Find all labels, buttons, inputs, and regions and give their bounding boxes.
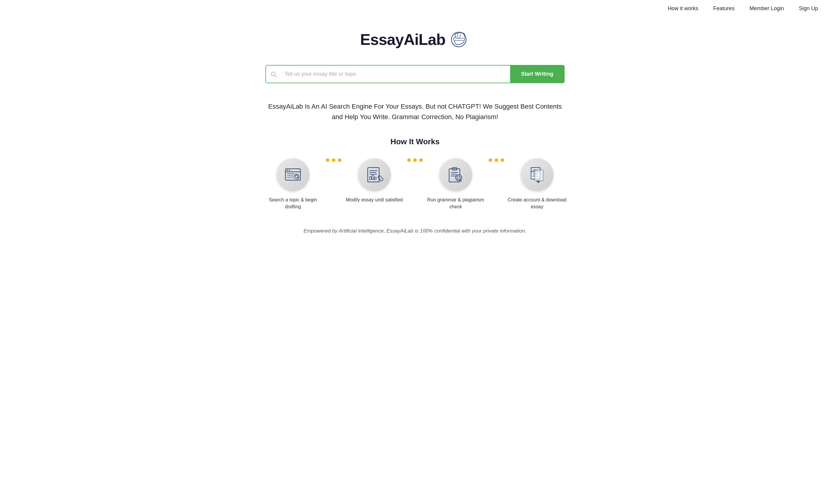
start-writing-button[interactable]: Start Writing [510,66,564,83]
nav-sign-up[interactable]: Sign Up [799,5,818,12]
footer-note: Empowered by Artificial Intelligence, Es… [304,228,526,234]
essay-topic-input[interactable] [281,66,510,83]
step-modify-essay: Modify essay until satisfied [344,158,404,203]
search-icon-wrapper [266,66,281,83]
dot [501,158,504,162]
nav-member-login[interactable]: Member Login [749,5,784,12]
dot [338,158,341,162]
search-icon [270,71,277,77]
search-bar: Start Writing [265,65,565,83]
svg-rect-13 [368,167,379,182]
download-doc-svg: .DOC [528,166,546,184]
logo-text: EssayAiLab [360,31,446,49]
step-2-icon [358,158,391,191]
svg-rect-17 [370,177,371,180]
svg-rect-19 [374,177,376,180]
brain-icon [449,29,470,50]
search-topic-svg [284,166,302,184]
step-4-icon: .DOC [521,158,553,191]
dot [489,158,492,162]
dot [326,158,329,162]
description-text: EssayAiLab Is An AI Search Engine For Yo… [265,101,565,122]
modify-essay-svg [365,166,383,184]
dot [413,158,417,162]
steps-container: Search a topic & begin drafting [250,158,580,210]
navigation: How it works Features Member Login Sign … [0,0,830,17]
how-it-works-title: How It Works [390,137,440,146]
step-1-label: Search a topic & begin drafting [263,197,323,210]
step-3-label: Run grammar & plagiarism check [426,197,486,210]
grammar-check-svg [447,166,465,184]
dot [407,158,411,162]
svg-rect-9 [287,177,293,178]
dot [332,158,336,162]
svg-point-5 [287,170,288,171]
step-run-grammar: Run grammar & plagiarism check [426,158,486,210]
logo: EssayAiLab [360,29,470,50]
step-4-label: Create account & download essay [507,197,567,210]
step-create-account: .DOC Create account & download essay [507,158,567,210]
step-search-topic: Search a topic & begin drafting [263,158,323,210]
svg-rect-7 [287,173,294,174]
dots-3 [486,158,507,180]
dot [494,158,498,162]
svg-line-2 [275,75,276,77]
nav-how-it-works[interactable]: How it works [668,5,698,12]
svg-point-6 [289,170,290,171]
dots-2 [404,158,426,180]
svg-rect-8 [287,175,293,176]
dots-1 [323,158,344,180]
svg-rect-20 [378,176,383,181]
step-1-icon [277,158,309,191]
dot [419,158,423,162]
step-2-label: Modify essay until satisfied [346,197,403,203]
svg-rect-18 [372,176,374,180]
svg-rect-37 [535,170,543,181]
step-3-icon [439,158,472,191]
nav-features[interactable]: Features [713,5,735,12]
main-content: EssayAiLab Start Writing EssayAiLab Is A… [0,17,830,252]
